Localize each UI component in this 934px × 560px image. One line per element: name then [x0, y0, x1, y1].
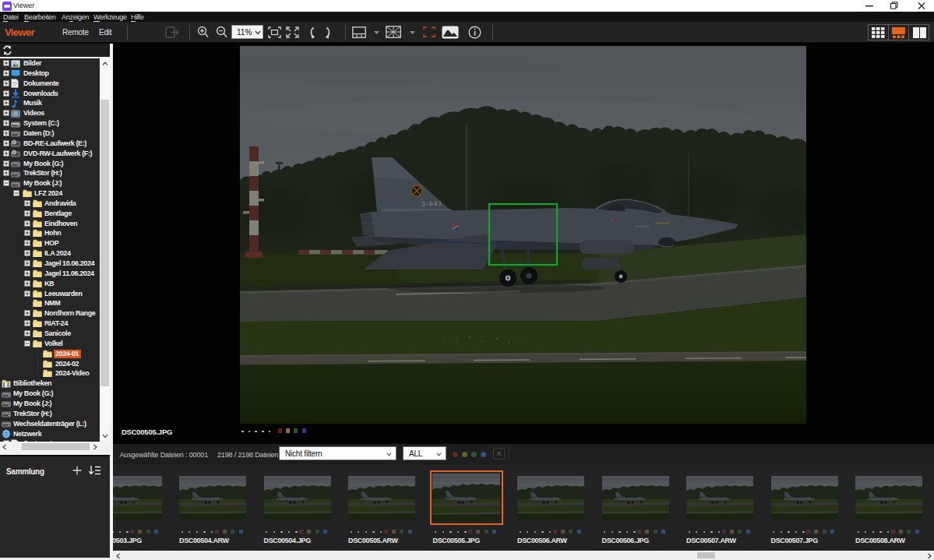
svg-text:J-641: J-641: [421, 199, 443, 208]
